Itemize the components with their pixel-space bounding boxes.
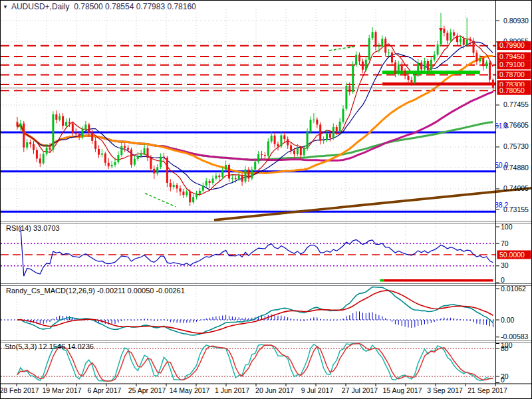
- date-label: 1 Jun 2017: [215, 386, 249, 394]
- candle-body: [365, 60, 367, 70]
- candle-body: [205, 181, 207, 186]
- chart-title-bar: ▼AUDUSD+,Daily 0.78500 0.78554 0.77983 0…: [3, 2, 196, 11]
- candle-body: [375, 32, 377, 47]
- candle-body: [91, 133, 93, 141]
- candle-body: [120, 146, 122, 155]
- candle-body: [307, 132, 309, 149]
- candle-body: [137, 156, 139, 159]
- candle-body: [313, 120, 315, 120]
- candle-body: [489, 63, 491, 80]
- candle-body: [147, 148, 149, 158]
- candle-body: [182, 192, 184, 195]
- candle-body: [150, 158, 152, 168]
- price-axis-label: 0.75730: [503, 142, 529, 150]
- price-level-tag-label: 0.78050: [499, 86, 525, 94]
- candle-body: [221, 170, 223, 178]
- candle-body: [391, 53, 393, 63]
- candle-body: [17, 122, 19, 127]
- candle-body: [46, 148, 48, 154]
- candle-body: [319, 124, 321, 140]
- chart-title: AUDUSD+,Daily 0.78500 0.78554 0.77983 0.…: [11, 2, 196, 11]
- rsi-axis-label: 30: [501, 261, 509, 269]
- candle-body: [414, 75, 416, 82]
- price-chart-svg[interactable]: 0.809300.800550.774550.766050.757300.748…: [0, 0, 532, 399]
- candle-body: [59, 116, 61, 120]
- rsi-strength-bar-red: [384, 279, 493, 282]
- candle-body: [254, 162, 256, 170]
- candle-body: [434, 55, 436, 60]
- candle-body: [84, 124, 86, 129]
- date-label: 20 Jun 2017: [255, 386, 294, 394]
- candle-body: [212, 178, 214, 183]
- candle-body: [261, 154, 263, 155]
- macd-axis-label: 0.01062: [501, 285, 526, 293]
- candle-body: [424, 61, 426, 69]
- price-level-tag-label: 0.79100: [499, 61, 525, 68]
- candle-body: [485, 63, 487, 66]
- candle-body: [427, 61, 429, 70]
- candle-body: [287, 139, 289, 145]
- candle-body: [401, 65, 403, 70]
- candle-body: [394, 63, 396, 74]
- date-label: 21 Sep 2017: [467, 386, 507, 394]
- candle-body: [323, 140, 325, 141]
- candle-body: [297, 148, 299, 154]
- candle-body: [280, 135, 282, 146]
- candle-body: [450, 33, 452, 41]
- candle-body: [368, 38, 370, 60]
- date-label: 3 Sep 2017: [427, 386, 463, 394]
- sto-indicator-label: Sto(5,3,3) 12.1546 14.0236: [5, 342, 94, 350]
- candle-body: [358, 55, 360, 62]
- candle-body: [186, 192, 188, 195]
- macd-axis-label: -0.00583: [501, 332, 529, 340]
- candle-body: [235, 178, 237, 179]
- sto-axis-label: 80: [501, 344, 509, 352]
- candle-body: [33, 144, 35, 150]
- candle-body: [19, 124, 21, 127]
- candle-body: [163, 157, 165, 158]
- candle-body: [111, 165, 113, 166]
- candle-body: [355, 55, 357, 65]
- candle-body: [290, 145, 292, 150]
- candle-body: [78, 134, 80, 137]
- candle-body: [316, 120, 318, 125]
- candle-body: [453, 33, 455, 36]
- candle-body: [267, 142, 269, 156]
- candle-body: [215, 176, 217, 178]
- candle-body: [26, 142, 28, 148]
- candle-body: [88, 124, 90, 133]
- price-level-tag-label: 0.78700: [499, 70, 525, 78]
- candle-body: [108, 163, 110, 166]
- date-label: 6 Apr 2017: [88, 386, 122, 394]
- symbol-dropdown-icon[interactable]: ▼: [3, 4, 8, 10]
- candle-body: [225, 165, 227, 170]
- candle-body: [23, 124, 25, 148]
- candle-body: [475, 53, 477, 62]
- price-level-tag-label: 0.79450: [499, 53, 525, 61]
- fib-level-label: 38.2: [495, 201, 509, 209]
- candle-body: [404, 70, 406, 76]
- rsi-mid-tag-label: 50.0000: [499, 251, 525, 259]
- candle-body: [460, 39, 462, 42]
- candle-body: [466, 39, 468, 45]
- candle-body: [381, 39, 383, 46]
- candle-body: [329, 134, 331, 138]
- candle-body: [173, 185, 175, 187]
- candle-body: [218, 176, 220, 177]
- candle-body: [303, 149, 305, 155]
- candle-body: [274, 136, 276, 144]
- candle-body: [144, 148, 146, 154]
- candle-body: [192, 197, 194, 202]
- candle-body: [293, 150, 295, 154]
- candle-body: [29, 142, 31, 144]
- candle-body: [241, 176, 243, 182]
- candle-body: [326, 134, 328, 140]
- candle-body: [437, 45, 439, 55]
- candle-body: [257, 154, 259, 162]
- date-label: 25 Apr 2017: [128, 386, 166, 394]
- candle-body: [473, 41, 475, 53]
- chart-background: [0, 0, 532, 399]
- candle-body: [49, 148, 51, 150]
- rsi-axis-label: 0: [501, 276, 505, 284]
- candle-body: [75, 133, 77, 134]
